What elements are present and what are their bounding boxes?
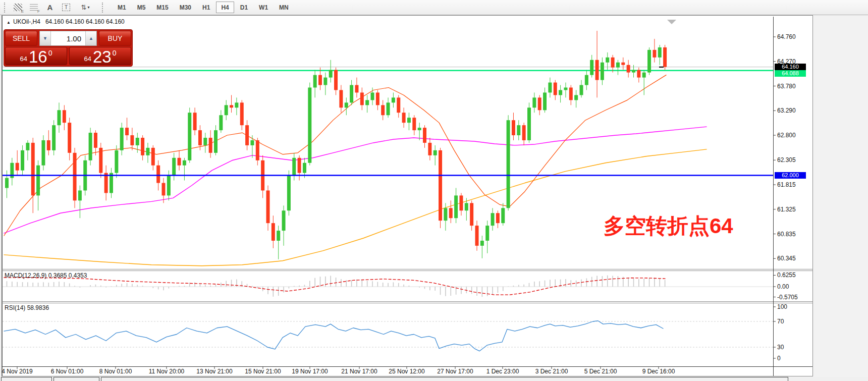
time-axis-label: 27 Nov 17:00 (432, 368, 478, 375)
ma-mid-magenta-line (4, 127, 707, 233)
macd-label: MACD(12,26,9) 0.3685 0.4353 (5, 272, 87, 279)
rsi-axis-label: 70 (777, 318, 784, 325)
symbol-arrow-icon: ▲ (7, 20, 11, 25)
time-axis-label: 3 Dec 21:00 (529, 368, 574, 375)
time-axis-label: 25 Nov 12:00 (384, 368, 429, 375)
one-click-trading-panel: SELL ▼ ▲ BUY 64160 64230 (4, 29, 133, 67)
volume-increase-button[interactable]: ▲ (85, 31, 96, 45)
macd-axis-label: 0.00 (777, 283, 789, 290)
time-axis-label: 6 Nov 01:00 (44, 368, 90, 375)
time-axis-label: 1 Dec 23:00 (480, 368, 525, 375)
chart-shift-marker-icon (667, 20, 676, 24)
level-price-badge: 62.000 (775, 172, 806, 179)
chart-title: ▲UKOil-,H464.160 64.160 64.160 64.160 (7, 18, 125, 25)
price-axis-label: 64.760 (777, 33, 796, 40)
mt4-terminal: E F A T ⇅ ▾ M1M5M15M30H1H4D1W1MN ▲UKOil-… (0, 0, 868, 381)
rsi-axis-label: 30 (777, 344, 784, 351)
ma-fast-red-line (4, 75, 666, 236)
rsi-label: RSI(14) 58.9836 (5, 304, 49, 311)
symbol-period: UKOil-,H4 (13, 18, 40, 25)
taskbar-fragment (53, 377, 99, 381)
macd-axis-label: -0.5705 (777, 294, 798, 301)
time-axis-label: 8 Nov 01:00 (93, 368, 138, 375)
macd-histogram (7, 276, 665, 297)
buy-button[interactable]: BUY (99, 31, 131, 46)
sell-price-box[interactable]: 64160 (5, 47, 67, 65)
price-axis-label: 62.305 (777, 156, 796, 164)
chart-annotation-text[interactable]: 多空转折点64 (604, 212, 733, 240)
price-axis-label: 62.800 (777, 132, 796, 139)
price-axis-label: 60.835 (777, 231, 796, 238)
price-axis-label: 61.815 (777, 181, 796, 188)
price-axis-label: 60.345 (777, 255, 796, 262)
macd-axis-label: 0.6255 (777, 271, 796, 279)
last-price-dash (659, 67, 664, 68)
price-axis-label: 61.325 (777, 206, 796, 213)
bottom-window-strip (0, 377, 868, 381)
time-axis-label: 5 Dec 21:00 (578, 368, 623, 375)
time-axis-label: 4 Nov 2019 (0, 368, 40, 375)
ask-price-badge: 64.088 (775, 70, 806, 77)
price-axis-label: 63.290 (777, 107, 796, 114)
rsi-line (4, 321, 663, 351)
time-axis-label: 15 Nov 21:00 (240, 368, 286, 375)
current-price-badge: 64.160 (775, 64, 806, 70)
time-axis-label: 21 Nov 17:00 (337, 368, 382, 375)
time-axis-label: 13 Nov 21:00 (192, 368, 237, 375)
ohlc-values: 64.160 64.160 64.160 64.160 (45, 18, 125, 25)
buy-price-box[interactable]: 64230 (69, 47, 131, 65)
taskbar-fragment (101, 377, 788, 381)
volume-decrease-button[interactable]: ▼ (40, 31, 51, 45)
price-axis-label: 63.780 (777, 83, 796, 90)
time-axis-label: 11 Nov 20:00 (144, 368, 189, 375)
time-axis-label: 19 Nov 17:00 (287, 368, 333, 375)
rsi-axis-label: 0 (777, 355, 781, 362)
ma-slow-orange-line (4, 149, 707, 266)
taskbar-fragment (1, 377, 52, 381)
time-axis-label: 9 Dec 16:00 (636, 368, 681, 375)
volume-input[interactable] (51, 31, 85, 45)
sell-button[interactable]: SELL (5, 31, 37, 46)
rsi-axis-label: 100 (777, 303, 787, 310)
